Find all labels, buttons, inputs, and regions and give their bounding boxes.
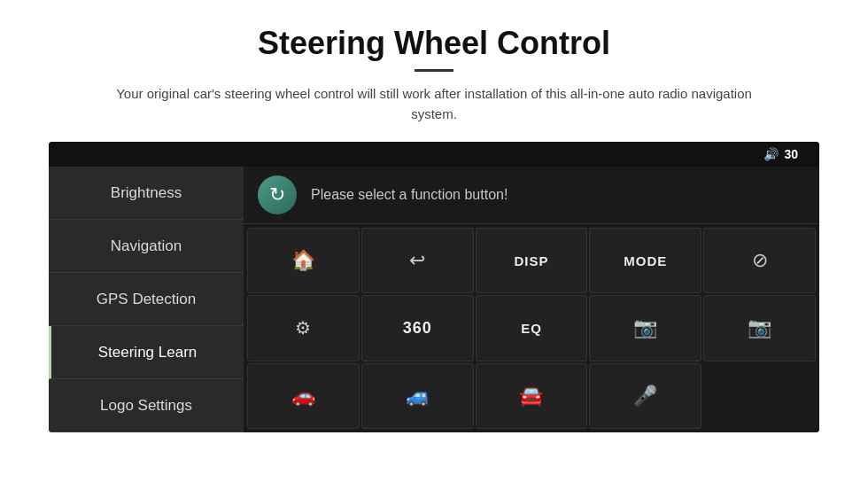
mode-label: MODE <box>624 253 667 268</box>
sidebar: Brightness Navigation GPS Detection Stee… <box>49 167 244 432</box>
btn-empty <box>703 363 816 429</box>
btn-car2[interactable]: 🚙 <box>361 363 474 429</box>
btn-back[interactable]: ↩ <box>361 228 474 293</box>
eq-label: EQ <box>521 321 542 336</box>
disp-label: DISP <box>514 253 548 268</box>
car1-icon: 🚗 <box>291 385 315 408</box>
btn-mute[interactable]: ⊘ <box>703 228 816 293</box>
btn-mode[interactable]: MODE <box>589 228 701 293</box>
right-panel: ↻ Please select a function button! 🏠 ↩ D… <box>244 167 819 432</box>
home-icon: 🏠 <box>291 249 315 272</box>
top-bar: 🔊 30 <box>49 142 819 167</box>
btn-cam1[interactable]: 📷 <box>589 295 701 361</box>
mic-icon: 🎤 <box>633 385 657 408</box>
main-content: Brightness Navigation GPS Detection Stee… <box>49 167 819 432</box>
volume-level: 30 <box>784 147 798 161</box>
btn-mic[interactable]: 🎤 <box>589 363 701 429</box>
function-prompt: Please select a function button! <box>311 187 508 203</box>
volume-icon: 🔊 <box>763 147 779 161</box>
car3-icon: 🚘 <box>519 385 543 408</box>
btn-home[interactable]: 🏠 <box>247 228 360 293</box>
sidebar-item-logo-settings[interactable]: Logo Settings <box>49 379 244 432</box>
sidebar-item-gps-detection[interactable]: GPS Detection <box>49 273 244 326</box>
refresh-button[interactable]: ↻ <box>258 175 297 214</box>
adjust-icon: ⚙ <box>295 317 311 338</box>
btn-car3[interactable]: 🚘 <box>476 363 588 429</box>
panel-header: ↻ Please select a function button! <box>244 167 819 224</box>
car2-icon: 🚙 <box>406 385 430 408</box>
btn-disp[interactable]: DISP <box>476 228 588 293</box>
btn-cam2[interactable]: 📷 <box>703 295 816 361</box>
btn-360[interactable]: 360 <box>361 295 474 361</box>
title-divider <box>415 69 453 72</box>
device-screen: 🔊 30 Brightness Navigation GPS Detection… <box>49 142 819 432</box>
sidebar-item-steering-learn[interactable]: Steering Learn <box>49 326 244 379</box>
subtitle: Your original car's steering wheel contr… <box>97 84 771 124</box>
sidebar-item-brightness[interactable]: Brightness <box>49 167 244 220</box>
360-label: 360 <box>403 319 432 338</box>
page-title: Steering Wheel Control <box>258 25 610 62</box>
camera1-icon: 📷 <box>633 316 657 339</box>
sidebar-item-navigation[interactable]: Navigation <box>49 220 244 273</box>
btn-adjust[interactable]: ⚙ <box>247 295 360 361</box>
btn-car1[interactable]: 🚗 <box>247 363 360 429</box>
mute-icon: ⊘ <box>752 249 768 272</box>
camera2-icon: 📷 <box>748 316 771 339</box>
btn-eq[interactable]: EQ <box>476 295 588 361</box>
back-icon: ↩ <box>409 249 425 272</box>
buttons-grid: 🏠 ↩ DISP MODE ⊘ ⚙ 360 <box>244 224 819 432</box>
